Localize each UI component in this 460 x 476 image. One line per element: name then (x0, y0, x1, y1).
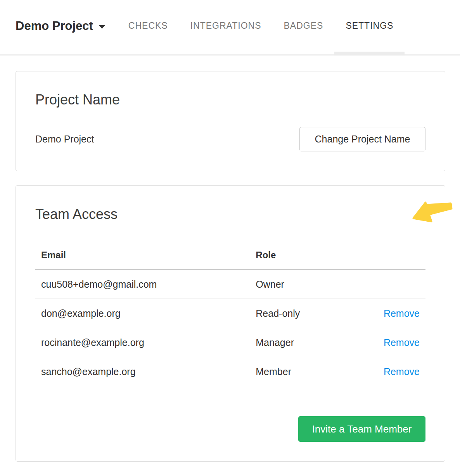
tab-settings[interactable]: SETTINGS (334, 0, 405, 52)
tab-badges[interactable]: BADGES (273, 0, 335, 52)
tab-integrations[interactable]: INTEGRATIONS (179, 0, 273, 52)
nav-tabs: CHECKS INTEGRATIONS BADGES SETTINGS (117, 0, 405, 52)
settings-content: Project Name Demo Project Change Project… (0, 71, 460, 462)
top-nav: Demo Project CHECKS INTEGRATIONS BADGES … (0, 0, 460, 56)
member-action-cell: Remove (371, 328, 425, 357)
project-switcher[interactable]: Demo Project (16, 19, 105, 33)
project-name-heading: Project Name (35, 92, 425, 108)
table-row: sancho@example.org Member Remove (35, 357, 425, 386)
member-action-cell: Remove (371, 357, 425, 386)
remove-member-link[interactable]: Remove (384, 308, 420, 319)
action-column-header (371, 242, 425, 269)
member-role: Owner (250, 269, 371, 299)
invite-team-member-button[interactable]: Invite a Team Member (298, 416, 425, 442)
table-header-row: Email Role (35, 242, 425, 269)
table-row: don@example.org Read-only Remove (35, 299, 425, 328)
member-email: sancho@example.org (35, 357, 250, 386)
team-access-card: Team Access Email Role cuu508+demo@gmail… (16, 185, 445, 462)
team-access-heading: Team Access (35, 207, 425, 222)
current-project-name: Demo Project (35, 134, 94, 145)
project-switcher-label: Demo Project (16, 19, 93, 33)
table-row: cuu508+demo@gmail.com Owner (35, 269, 425, 299)
change-project-name-button[interactable]: Change Project Name (299, 127, 425, 151)
member-role: Member (250, 357, 371, 386)
remove-member-link[interactable]: Remove (384, 366, 420, 377)
member-role: Read-only (250, 299, 371, 328)
project-name-card: Project Name Demo Project Change Project… (16, 71, 445, 171)
member-action-cell (371, 269, 425, 299)
role-column-header: Role (250, 242, 371, 269)
member-email: rocinante@example.org (35, 328, 250, 357)
email-column-header: Email (35, 242, 250, 269)
chevron-down-icon (99, 25, 105, 29)
member-email: cuu508+demo@gmail.com (35, 269, 250, 299)
remove-member-link[interactable]: Remove (384, 337, 420, 348)
tab-checks[interactable]: CHECKS (117, 0, 179, 52)
member-action-cell: Remove (371, 299, 425, 328)
team-members-table: Email Role cuu508+demo@gmail.com Owner d… (35, 242, 425, 386)
member-role: Manager (250, 328, 371, 357)
member-email: don@example.org (35, 299, 250, 328)
table-row: rocinante@example.org Manager Remove (35, 328, 425, 357)
